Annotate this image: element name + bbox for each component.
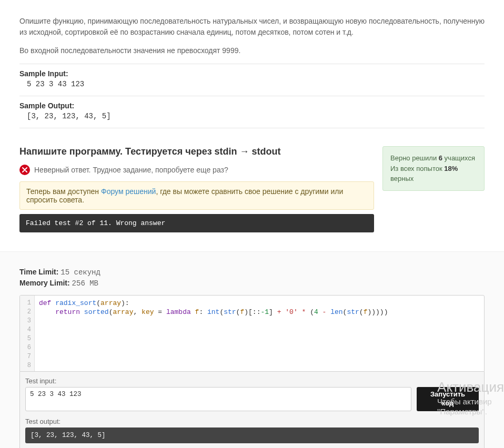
run-code-button[interactable]: Запустить код: [417, 387, 479, 411]
divider: [19, 128, 485, 128]
task-title: Напишите программу. Тестируется через st…: [19, 146, 374, 157]
stats-text: Верно решили: [390, 154, 439, 162]
sample-output-value: [3, 23, 123, 43, 5]: [19, 112, 485, 120]
test-panel: Test input: Запустить код Test output: […: [19, 372, 485, 448]
line-gutter: 1 2 3 4 5 6 7 8: [20, 296, 35, 371]
stats-text: учащихся: [442, 154, 475, 162]
forum-prefix: Теперь вам доступен: [26, 187, 101, 196]
wrong-answer-row: Неверный ответ. Трудное задание, попробу…: [19, 165, 374, 175]
sample-output-label: Sample Output:: [19, 101, 485, 110]
time-limit-label: Time Limit:: [19, 268, 58, 276]
line-number: 1: [24, 299, 31, 308]
line-number: 3: [24, 317, 31, 325]
description-p2: Во входной последовательности значения н…: [19, 45, 485, 56]
stats-box: Верно решили 6 учащихся Из всех попыток …: [382, 146, 485, 191]
memory-limit-value: 256 MB: [72, 279, 98, 288]
problem-description: Опишите функцию, принимающую последовате…: [19, 0, 485, 56]
stats-solved-count: 6: [439, 154, 442, 162]
sample-input-value: 5 23 3 43 123: [19, 80, 485, 88]
line-number: 6: [24, 343, 31, 352]
line-number: 5: [24, 334, 31, 343]
test-input[interactable]: [25, 387, 411, 411]
test-output-label: Test output:: [25, 418, 479, 425]
line-number: 4: [24, 325, 31, 334]
forum-banner: Теперь вам доступен Форум решений, где в…: [19, 181, 374, 210]
stats-percent: 18%: [444, 165, 458, 172]
divider: [19, 96, 485, 96]
test-input-label: Test input:: [25, 377, 479, 385]
sample-output-block: Sample Output: [3, 23, 123, 43, 5]: [19, 101, 485, 120]
memory-limit-label: Memory Limit:: [19, 279, 70, 287]
error-icon: [19, 165, 30, 175]
failed-test-bar: Failed test #2 of 11. Wrong answer: [19, 214, 374, 232]
line-number: 2: [24, 308, 31, 317]
wrong-answer-text: Неверный ответ. Трудное задание, попробу…: [34, 166, 228, 174]
sample-input-label: Sample Input:: [19, 69, 485, 78]
sample-input-block: Sample Input: 5 23 3 43 123: [19, 69, 485, 88]
code-content[interactable]: def radix_sort(array): return sorted(arr…: [35, 296, 484, 371]
stats-text: Из всех попыток: [390, 165, 444, 172]
limits-block: Time Limit: 15 секунд Memory Limit: 256 …: [19, 268, 485, 288]
divider: [19, 64, 485, 64]
stats-text: верных: [390, 175, 414, 182]
description-p1: Опишите функцию, принимающую последовате…: [19, 16, 485, 38]
line-number: 7: [24, 352, 31, 361]
test-output: [3, 23, 123, 43, 5]: [25, 427, 479, 443]
time-limit-value: 15 секунд: [61, 268, 100, 277]
line-number: 8: [24, 361, 31, 370]
code-editor[interactable]: 1 2 3 4 5 6 7 8 def radix_sort(array): r…: [19, 295, 485, 372]
forum-link[interactable]: Форум решений: [101, 187, 156, 196]
